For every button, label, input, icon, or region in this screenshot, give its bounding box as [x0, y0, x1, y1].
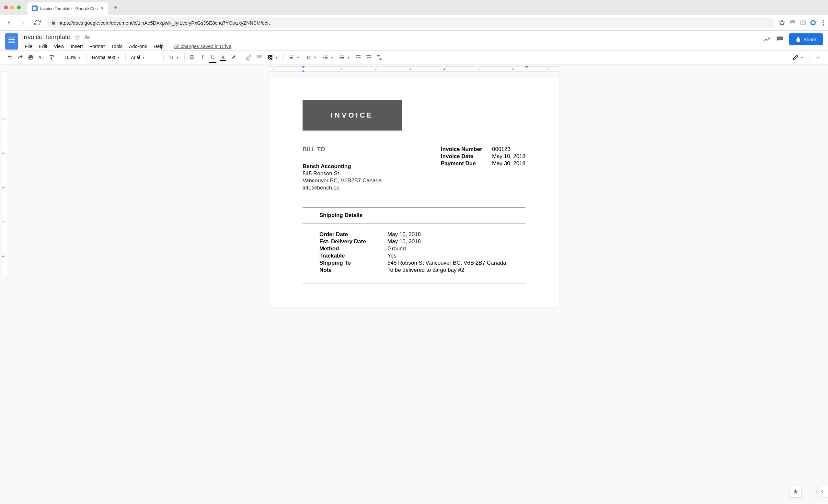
menu-view[interactable]: View — [51, 42, 67, 50]
menu-insert[interactable]: Insert — [68, 42, 85, 50]
explore-button[interactable] — [790, 486, 801, 498]
menu-tools[interactable]: Tools — [109, 42, 125, 50]
clear-formatting-button[interactable]: Tx — [374, 52, 384, 62]
ruler-mark: 4 — [444, 68, 446, 71]
ruler-mark: 7 — [546, 68, 548, 71]
url-field[interactable]: https://docs.google.com/document/d/1lnAe… — [47, 17, 775, 28]
chrome-menu-button[interactable] — [823, 20, 824, 26]
left-indent-marker-icon[interactable] — [301, 66, 305, 68]
print-button[interactable] — [26, 52, 36, 62]
document-canvas[interactable]: 1 2 3 4 5 INVOICE BILL TO Bench Accounti… — [0, 72, 828, 504]
forward-button[interactable] — [18, 17, 29, 28]
menu-help[interactable]: Help — [151, 42, 166, 50]
browser-tab[interactable]: Invoice Template - Google Doc × — [27, 2, 108, 15]
menu-edit[interactable]: Edit — [36, 42, 50, 50]
paint-format-button[interactable] — [47, 52, 56, 62]
shipping-heading: Shipping Details — [302, 208, 526, 223]
shipping-row: MethodGround — [320, 246, 526, 252]
tab-close-icon[interactable]: × — [101, 5, 104, 11]
style-dropdown[interactable]: Normal text▼ — [89, 53, 123, 61]
menu-format[interactable]: Format — [87, 42, 108, 50]
ruler-mark: 1 — [273, 68, 275, 71]
meta-row: Payment DueMay 30, 2018 — [441, 160, 526, 167]
image-button[interactable]: ▼ — [265, 53, 281, 61]
numbered-list-button[interactable]: ▼ — [320, 53, 336, 61]
svg-point-14 — [340, 57, 341, 58]
text-color-button[interactable]: A — [218, 52, 228, 62]
highlight-button[interactable] — [229, 52, 239, 62]
menu-file[interactable]: File — [22, 42, 35, 50]
maximize-window-button[interactable] — [17, 5, 21, 9]
move-folder-icon[interactable] — [84, 34, 90, 40]
share-label: Share — [803, 37, 816, 42]
shipping-row: Shipping To545 Robson St Vancouver BC, V… — [320, 260, 526, 266]
indent-increase-button[interactable] — [364, 52, 373, 62]
meta-row: Invoice Number000123 — [441, 146, 526, 153]
svg-point-15 — [340, 58, 341, 59]
docs-favicon-icon — [32, 5, 38, 11]
link-button[interactable] — [244, 52, 254, 62]
back-button[interactable] — [4, 17, 14, 28]
underline-button[interactable]: U — [208, 52, 218, 62]
fontsize-dropdown[interactable]: 11▼ — [166, 53, 181, 61]
close-window-button[interactable] — [4, 5, 8, 9]
ruler-mark: 3 — [409, 68, 411, 71]
comment-button[interactable] — [254, 52, 264, 62]
side-panel-toggle[interactable] — [816, 486, 828, 498]
share-button[interactable]: Share — [789, 33, 823, 45]
line-spacing-button[interactable]: ▼ — [303, 53, 320, 61]
spellcheck-button[interactable]: A✓ — [36, 52, 46, 62]
document-title[interactable]: Invoice Template — [22, 33, 71, 41]
zoom-dropdown[interactable]: 100%▼ — [62, 53, 84, 61]
collapse-toolbar-button[interactable] — [813, 52, 823, 62]
shipping-row: NoteTo be delivered to cargo bay #2 — [320, 267, 526, 274]
activity-icon[interactable] — [763, 36, 770, 43]
page[interactable]: INVOICE BILL TO Bench Accounting 545 Rob… — [269, 77, 559, 307]
svg-marker-1 — [75, 35, 80, 39]
divider — [302, 283, 526, 284]
shipping-row: Order DateMay 10, 2018 — [320, 231, 526, 238]
indent-decrease-button[interactable] — [354, 52, 363, 62]
horizontal-ruler[interactable]: 1 1 2 3 4 5 6 7 — [269, 67, 559, 72]
bill-email: info@bench.co — [302, 184, 382, 191]
docs-logo-icon[interactable] — [5, 33, 18, 49]
ruler-mark: 2 — [375, 68, 377, 71]
menu-addons[interactable]: Add-ons — [126, 42, 150, 50]
extension-camera-icon[interactable] — [800, 20, 806, 26]
ruler-mark: 5 — [478, 68, 480, 71]
meta-row: Invoice DateMay 10, 2018 — [441, 153, 526, 160]
bulleted-list-button[interactable]: ▼ — [337, 53, 353, 61]
bill-street: 545 Robson St — [302, 170, 382, 177]
lock-icon — [51, 20, 56, 25]
reload-button[interactable] — [32, 17, 43, 28]
extension-circle-icon[interactable] — [811, 20, 816, 25]
star-document-icon[interactable] — [75, 34, 80, 40]
comments-icon[interactable] — [776, 36, 783, 43]
editing-mode-button[interactable]: ▼ — [790, 53, 806, 61]
url-text: https://docs.google.com/document/d/1lnAe… — [58, 20, 270, 26]
align-button[interactable]: ▼ — [286, 53, 302, 61]
address-bar: https://docs.google.com/document/d/1lnAe… — [0, 15, 828, 31]
bill-name: Bench Accounting — [302, 163, 382, 170]
minimize-window-button[interactable] — [10, 5, 14, 9]
ruler-mark: 6 — [512, 68, 514, 71]
italic-button[interactable]: I — [198, 52, 207, 62]
invoice-meta-block: Invoice Number000123 Invoice DateMay 10,… — [441, 146, 526, 192]
bill-to-heading: BILL TO — [302, 146, 382, 153]
right-indent-marker-icon[interactable] — [525, 66, 528, 68]
extension-chat-icon[interactable] — [790, 20, 796, 26]
vertical-ruler[interactable]: 1 2 3 4 5 — [2, 72, 7, 279]
new-tab-button[interactable]: + — [111, 3, 120, 12]
redo-button[interactable] — [15, 52, 25, 62]
font-dropdown[interactable]: Arial▼ — [128, 53, 161, 61]
star-icon[interactable] — [779, 19, 785, 26]
save-status[interactable]: All changes saved in Drive — [171, 42, 234, 50]
svg-point-3 — [269, 56, 270, 57]
bold-button[interactable]: B — [187, 52, 197, 62]
window-controls — [4, 5, 21, 9]
menu-bar: File Edit View Insert Format Tools Add-o… — [22, 42, 763, 50]
tab-title: Invoice Template - Google Doc — [40, 6, 98, 11]
tab-bar: Invoice Template - Google Doc × + — [0, 0, 828, 15]
undo-button[interactable] — [5, 52, 15, 62]
shipping-row: Est. Delivery DateMay 10, 2018 — [320, 239, 526, 245]
